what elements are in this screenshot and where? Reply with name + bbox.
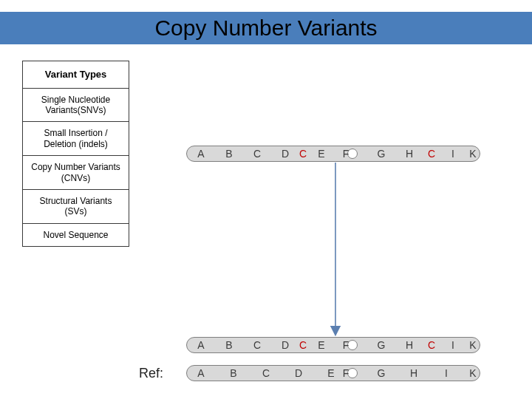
band-label: F: [339, 148, 352, 160]
band-label: C: [250, 148, 264, 160]
band-label: D: [292, 367, 305, 379]
title-bar: Copy Number Variants: [0, 12, 532, 44]
arrow-down-icon: [326, 161, 345, 338]
band-label: H: [403, 148, 416, 160]
band-label: A: [194, 339, 208, 351]
band-label: D: [279, 148, 292, 160]
band-label: K: [466, 367, 480, 379]
sidebar-item-novel[interactable]: Novel Sequence: [23, 224, 129, 246]
band-label: B: [222, 339, 236, 351]
band-label: C: [296, 148, 310, 160]
chromosome-variant-top: ABCDCEFGHCIK: [186, 146, 480, 162]
sidebar-header: Variant Types: [23, 61, 129, 89]
sidebar-item-indels[interactable]: Small Insertion / Deletion (indels): [23, 122, 129, 156]
band-label: G: [375, 339, 388, 351]
variant-types-sidebar: Variant Types Single Nucleotide Variants…: [22, 61, 129, 247]
band-label: C: [425, 339, 438, 351]
band-label: E: [315, 148, 328, 160]
band-label: H: [407, 367, 420, 379]
band-label: F: [339, 339, 352, 351]
band-label: C: [296, 339, 310, 351]
band-label: I: [446, 339, 460, 351]
sidebar-item-snv[interactable]: Single Nucleotide Variants(SNVs): [23, 89, 129, 123]
band-label: I: [446, 148, 460, 160]
band-label: K: [466, 148, 480, 160]
band-label: G: [375, 367, 388, 379]
band-label: E: [324, 367, 338, 379]
chromosome-variant-middle: ABCDCEFGHCIK: [186, 337, 480, 353]
sidebar-item-cnv[interactable]: Copy Number Variants (CNVs): [23, 156, 129, 190]
band-label: C: [250, 339, 264, 351]
reference-label: Ref:: [139, 366, 163, 381]
band-label: D: [279, 339, 292, 351]
band-label: B: [222, 148, 236, 160]
band-label: G: [375, 148, 388, 160]
chromosome-reference: ABCDEFGHIK: [186, 365, 480, 381]
band-label: A: [194, 367, 208, 379]
sidebar-item-sv[interactable]: Structural Variants (SVs): [23, 190, 129, 224]
band-label: A: [194, 148, 208, 160]
band-label: C: [425, 148, 438, 160]
band-label: K: [466, 339, 480, 351]
band-label: F: [339, 367, 352, 379]
page-title: Copy Number Variants: [154, 16, 377, 41]
band-label: H: [403, 339, 416, 351]
band-label: E: [315, 339, 328, 351]
band-label: C: [259, 367, 273, 379]
band-label: B: [227, 367, 240, 379]
band-label: I: [440, 367, 453, 379]
